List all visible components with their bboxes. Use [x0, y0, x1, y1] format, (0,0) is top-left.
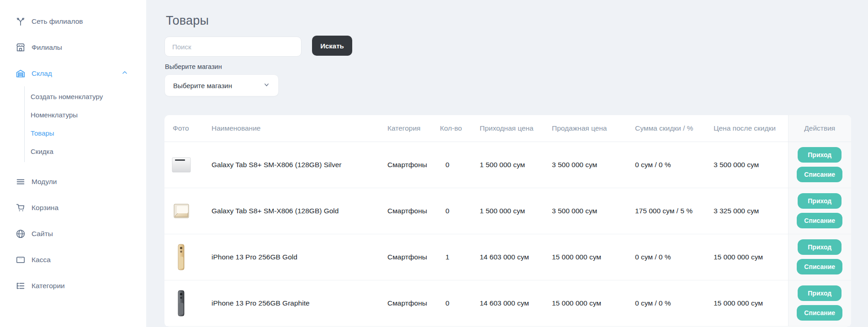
product-photo-iphone-graphite [171, 290, 192, 317]
income-button[interactable]: Приход [798, 285, 842, 301]
table-header-row: Фото Наименование Категория Кол-во Прихо… [164, 115, 851, 142]
product-qty: 0 [436, 188, 475, 234]
product-discount: 0 сум / 0 % [630, 280, 708, 326]
product-purchase-price: 1 500 000 сум [475, 188, 548, 234]
income-button[interactable]: Приход [798, 193, 842, 209]
product-photo-tablet-silver [171, 151, 192, 179]
product-sale-price: 3 500 000 сум [548, 188, 630, 234]
writeoff-button[interactable]: Списание [797, 305, 842, 321]
sidebar-item-label: Филиалы [32, 43, 62, 52]
table-row: Galaxy Tab S8+ SM-X806 (128GB) Gold Смар… [164, 188, 851, 234]
chevron-down-icon [263, 81, 270, 90]
chevron-up-icon [122, 69, 128, 78]
product-final-price: 15 000 000 сум [708, 280, 788, 326]
main-content: Товары Искать Выберите магазин Выберите … [164, 0, 868, 327]
col-header-purchase-price: Приходная цена [475, 115, 548, 142]
store-select[interactable]: Выберите магазин [164, 74, 279, 96]
product-sale-price: 3 500 000 сум [548, 142, 630, 188]
product-purchase-price: 14 603 000 сум [475, 234, 548, 280]
sidebar-item-sites[interactable]: Сайты [0, 221, 146, 247]
product-purchase-price: 1 500 000 сум [475, 142, 548, 188]
table-row: iPhone 13 Pro 256GB Graphite Смартфоны 0… [164, 280, 851, 326]
product-sale-price: 15 000 000 сум [548, 280, 630, 326]
writeoff-button[interactable]: Списание [797, 259, 842, 274]
modules-icon [15, 176, 26, 187]
sidebar-subitem-discount[interactable]: Скидка [25, 142, 146, 160]
product-qty: 0 [436, 280, 475, 326]
writeoff-button[interactable]: Списание [797, 167, 842, 182]
product-photo-iphone-gold [171, 243, 192, 271]
product-category: Смартфоны [384, 142, 436, 188]
sidebar-item-label: Склад [32, 69, 52, 78]
sidebar-item-filials[interactable]: Филиалы [0, 34, 146, 60]
categories-icon [15, 280, 26, 291]
product-name: iPhone 13 Pro 256GB Gold [202, 234, 384, 280]
product-category: Смартфоны [384, 280, 436, 326]
product-category: Смартфоны [384, 234, 436, 280]
subitem-label: Товары [31, 129, 54, 137]
sidebar-item-branch-network[interactable]: Сеть филиалов [0, 8, 146, 34]
col-header-name: Наименование [202, 115, 384, 142]
globe-icon [15, 228, 26, 239]
writeoff-button[interactable]: Списание [797, 213, 842, 228]
warehouse-icon [15, 68, 26, 79]
store-select-value: Выберите магазин [173, 82, 232, 90]
search-button[interactable]: Искать [312, 36, 352, 56]
sidebar-item-label: Категории [32, 282, 65, 290]
col-header-category: Категория [384, 115, 436, 142]
branch-icon [15, 16, 26, 27]
sidebar-item-label: Модули [32, 178, 57, 186]
warehouse-submenu: Создать номенклатуру Номенклатуры Товары… [24, 86, 146, 162]
products-table: Фото Наименование Категория Кол-во Прихо… [164, 115, 851, 327]
store-select-label: Выберите магазин [165, 63, 222, 70]
table-row: Galaxy Tab S8+ SM-X806 (128GB) Silver См… [164, 142, 851, 188]
subitem-label: Номенклатуры [31, 111, 78, 119]
search-input[interactable] [164, 37, 302, 57]
product-discount: 0 сум / 0 % [630, 142, 708, 188]
sidebar-item-warehouse[interactable]: Склад [0, 60, 146, 86]
product-qty: 0 [436, 142, 475, 188]
product-final-price: 15 000 000 сум [708, 234, 788, 280]
table-row: iPhone 13 Pro 256GB Gold Смартфоны 1 14 … [164, 234, 851, 280]
sidebar-item-cart[interactable]: Корзина [0, 195, 146, 221]
product-sale-price: 15 000 000 сум [548, 234, 630, 280]
sidebar-item-modules[interactable]: Модули [0, 169, 146, 195]
col-header-photo: Фото [164, 115, 202, 142]
col-header-final-price: Цена после скидки [708, 115, 788, 142]
cart-icon [15, 202, 26, 213]
sidebar-subitem-nomenclatures[interactable]: Номенклатуры [25, 105, 146, 124]
product-qty: 1 [436, 234, 475, 280]
product-name: Galaxy Tab S8+ SM-X806 (128GB) Gold [202, 188, 384, 234]
sidebar-item-label: Касса [32, 256, 51, 264]
sidebar-item-label: Корзина [32, 204, 58, 212]
product-photo-tablet-gold [171, 197, 192, 225]
subitem-label: Создать номенклатуру [31, 93, 103, 100]
col-header-sale-price: Продажная цена [548, 115, 630, 142]
col-header-qty: Кол-во [436, 115, 475, 142]
sidebar-item-cashbox[interactable]: Касса [0, 247, 146, 273]
page-title: Товары [166, 14, 209, 28]
col-header-discount: Сумма скидки / % [630, 115, 708, 142]
col-header-actions: Действия [788, 115, 851, 142]
income-button[interactable]: Приход [798, 239, 842, 255]
sidebar-item-categories[interactable]: Категории [0, 273, 146, 299]
sidebar-subitem-products[interactable]: Товары [25, 124, 146, 142]
sidebar-item-label: Сеть филиалов [32, 17, 83, 26]
product-purchase-price: 14 603 000 сум [475, 280, 548, 326]
sidebar-subitem-create-nomenclature[interactable]: Создать номенклатуру [25, 87, 146, 105]
sidebar-item-label: Сайты [32, 230, 53, 238]
product-name: Galaxy Tab S8+ SM-X806 (128GB) Silver [202, 142, 384, 188]
store-icon [15, 42, 26, 53]
product-final-price: 3 500 000 сум [708, 142, 788, 188]
products-table-card: Фото Наименование Категория Кол-во Прихо… [164, 115, 851, 327]
sidebar: Сеть филиалов Филиалы Склад [0, 0, 146, 327]
cashbox-icon [15, 254, 26, 265]
product-final-price: 3 325 000 сум [708, 188, 788, 234]
subitem-label: Скидка [31, 148, 53, 155]
product-category: Смартфоны [384, 188, 436, 234]
product-name: iPhone 13 Pro 256GB Graphite [202, 280, 384, 326]
income-button[interactable]: Приход [798, 147, 842, 163]
product-discount: 0 сум / 0 % [630, 234, 708, 280]
product-discount: 175 000 сум / 5 % [630, 188, 708, 234]
